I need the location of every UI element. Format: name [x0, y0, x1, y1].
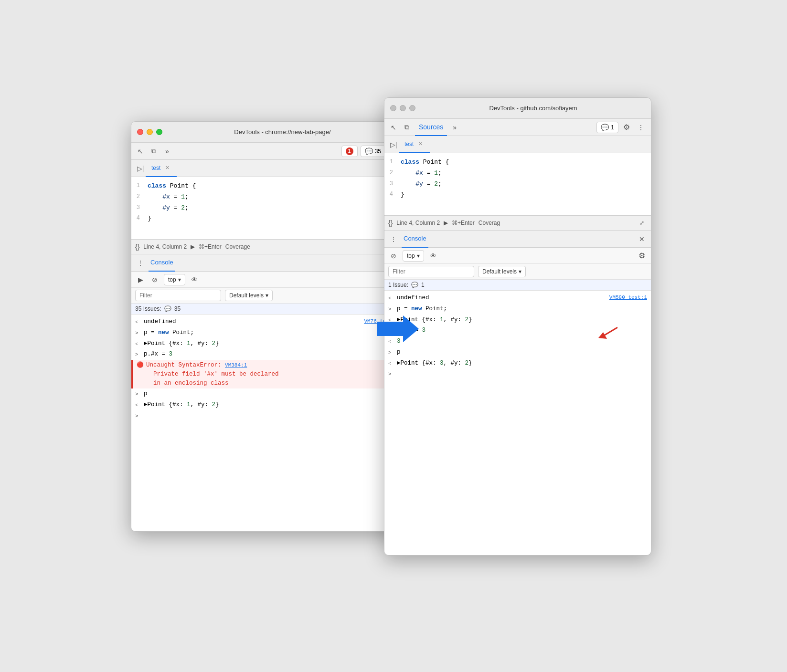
right-console-line-4: > p.#x = 3 [384, 325, 651, 336]
right-three-dots-icon[interactable]: ⋮ [388, 234, 399, 244]
left-run-icon[interactable]: ▶ [135, 274, 146, 285]
right-status-bar: {} Line 4, Column 2 ▶ ⌘+Enter Coverag ⤢ [384, 215, 651, 231]
right-messages-count: 1 [611, 124, 614, 131]
right-tab-close[interactable]: ✕ [416, 140, 424, 148]
right-filter-bar: Default levels ▾ [384, 264, 651, 280]
right-sidebar-toggle[interactable]: ▷| [388, 139, 399, 150]
messages-badge[interactable]: 💬 35 [361, 146, 385, 157]
maximize-button[interactable] [156, 129, 162, 135]
right-titlebar: DevTools - github.com/sofiayem [384, 98, 651, 119]
right-console-toolbar: ⊘ top ▾ 👁 ⚙ [384, 248, 651, 264]
left-console-output: < undefined VM76 test:1 > p = new Point;… [131, 315, 403, 531]
chevron-down-icon: ▾ [178, 276, 181, 283]
left-filter-input[interactable] [135, 290, 221, 301]
left-window-body: ↖ ⧉ » 1 💬 35 ⚙ ▷| test ✕ [131, 143, 403, 531]
right-traffic-lights [390, 105, 415, 111]
left-test-tab[interactable]: test ✕ [146, 160, 177, 177]
sources-main-tab[interactable]: Sources [415, 119, 447, 136]
right-console-line-2: > p = new Point; [384, 304, 651, 315]
left-status-bar: {} Line 4, Column 2 ▶ ⌘+Enter Coverage [131, 239, 403, 254]
right-code-editor: 1 class Point { 2 #x = 1; 3 #y = 2; 4 } [384, 153, 651, 215]
left-devtools-window: DevTools - chrome://new-tab-page/ ↖ ⧉ » … [131, 121, 403, 532]
window-title: DevTools - chrome://new-tab-page/ [168, 128, 397, 136]
console-line-8: > [131, 410, 403, 421]
right-chevron-icon: ▾ [519, 268, 521, 275]
coverage-label[interactable]: Coverage [225, 243, 250, 250]
messages-count: 35 [375, 148, 381, 155]
left-issues-count: 35 [174, 305, 181, 312]
left-default-levels[interactable]: Default levels ▾ [225, 290, 273, 301]
right-three-dots[interactable]: ⋮ [635, 124, 647, 131]
right-more-btn[interactable]: » [450, 124, 459, 131]
right-console-line-8: > [384, 368, 651, 379]
blue-arrow [377, 315, 420, 345]
console-line-4: > p.#x = 3 [131, 349, 403, 360]
left-top-dropdown[interactable]: top ▾ [164, 274, 185, 285]
top-label: top [168, 276, 176, 283]
left-devtools-toolbar: ↖ ⧉ » 1 💬 35 ⚙ [131, 143, 403, 160]
errors-badge[interactable]: 1 [341, 146, 358, 157]
left-eye-icon[interactable]: 👁 [189, 274, 200, 285]
more-tabs-icon[interactable]: » [162, 146, 172, 157]
error-icon: 🔴 [137, 361, 143, 369]
left-ban-icon[interactable]: ⊘ [149, 274, 160, 285]
right-test-tab[interactable]: test ✕ [399, 136, 430, 153]
right-ban-icon[interactable]: ⊘ [388, 251, 399, 261]
right-issues-count: 1 [421, 282, 425, 288]
right-close-button[interactable] [390, 105, 396, 111]
chevron-icon: ▾ [266, 292, 268, 299]
right-layers-icon[interactable]: ⧉ [402, 122, 412, 133]
left-sidebar-toggle[interactable]: ▷| [135, 163, 146, 174]
console-line-3: < ►Point {#x: 1, #y: 2} [131, 338, 403, 349]
right-braces-icon[interactable]: {} [388, 219, 393, 227]
chat-icon: 💬 [365, 147, 373, 155]
run-icon[interactable]: ▶ [191, 243, 195, 250]
cursor-icon[interactable]: ↖ [135, 146, 146, 157]
traffic-lights [137, 129, 162, 135]
left-tab-close[interactable]: ✕ [163, 164, 171, 172]
right-console-header: ⋮ Console ✕ [384, 231, 651, 248]
right-minimize-button[interactable] [400, 105, 406, 111]
right-code-line-2: 2 #x = 1; [384, 168, 651, 179]
right-maximize-button[interactable] [409, 105, 415, 111]
right-chat-icon: 💬 [601, 124, 609, 131]
layers-icon[interactable]: ⧉ [149, 146, 159, 157]
right-cursor-icon[interactable]: ↖ [388, 122, 399, 133]
right-filter-input[interactable] [388, 266, 474, 277]
left-sources-tabs: ▷| test ✕ [131, 160, 403, 177]
right-messages-badge[interactable]: 💬 1 [596, 122, 618, 133]
left-code-editor: 1 class Point { 2 #x = 1; 3 #y = 2; 4 } [131, 177, 403, 239]
right-console-line-1: < undefined VM580 test:1 [384, 293, 651, 304]
console-line-5-error: 🔴 Uncaught SyntaxError: VM384:1 Private … [131, 360, 403, 388]
right-console-title: Console [402, 231, 428, 248]
right-code-line-4: 4 } [384, 189, 651, 200]
close-button[interactable] [137, 129, 143, 135]
scene: DevTools - chrome://new-tab-page/ ↖ ⧉ » … [131, 97, 656, 575]
left-console-title: Console [149, 254, 175, 272]
left-three-dots[interactable]: ⋮ [135, 258, 146, 268]
chat-icon-issues: 💬 [164, 305, 171, 312]
right-run-icon[interactable]: ▶ [444, 220, 448, 226]
right-top-dropdown[interactable]: top ▾ [403, 250, 424, 262]
right-console-panel: ⋮ Console ✕ ⊘ top ▾ 👁 ⚙ [384, 231, 651, 555]
right-chat-icon-issues: 💬 [411, 282, 418, 288]
right-default-levels[interactable]: Default levels ▾ [478, 266, 526, 277]
right-coverage-label[interactable]: Coverag [479, 220, 500, 226]
red-arrow-annotation [594, 323, 622, 342]
right-settings-icon[interactable]: ⚙ [621, 122, 632, 133]
right-console-output: < undefined VM580 test:1 > p = new Point… [384, 291, 651, 555]
right-eye-icon[interactable]: 👁 [428, 251, 438, 261]
right-console-line-6: > p [384, 347, 651, 358]
right-devtools-window: DevTools - github.com/sofiayem ↖ ⧉ Sourc… [384, 97, 651, 556]
resize-icon[interactable]: ⤢ [637, 218, 647, 228]
minimize-button[interactable] [147, 129, 153, 135]
left-console-header: ⋮ Console [131, 254, 403, 272]
console-line-7: < ►Point {#x: 1, #y: 2} [131, 399, 403, 410]
braces-icon[interactable]: {} [135, 243, 139, 251]
right-code-line-1: 1 class Point { [384, 157, 651, 168]
right-close-console[interactable]: ✕ [637, 234, 647, 244]
svg-line-1 [603, 327, 617, 336]
right-console-settings[interactable]: ⚙ [637, 251, 647, 261]
console-line-6: > p [131, 388, 403, 399]
left-test-tab-label: test [151, 165, 160, 171]
